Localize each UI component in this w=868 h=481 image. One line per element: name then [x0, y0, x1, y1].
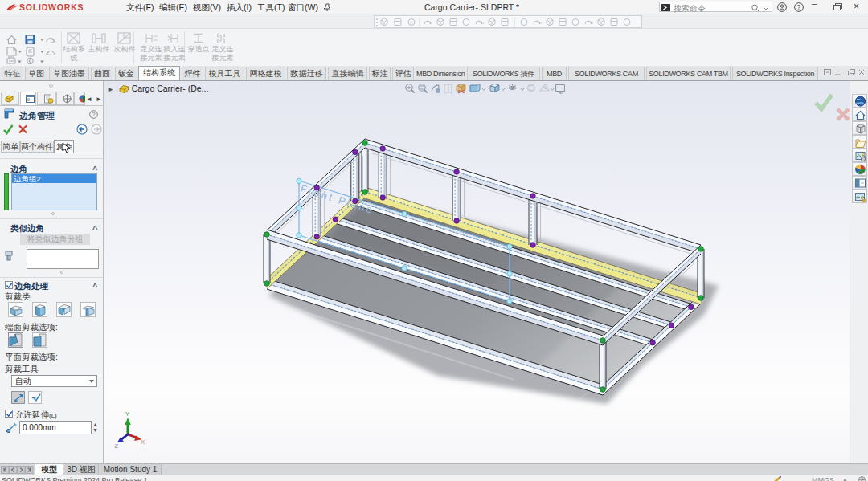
svg-text:X: X — [141, 438, 145, 446]
svg-text:Z: Z — [115, 442, 119, 450]
svg-text:SOLIDWORKS: SOLIDWORKS — [19, 2, 84, 12]
svg-text:Y: Y — [125, 410, 129, 418]
svg-text:?: ? — [92, 111, 95, 118]
svg-text:?: ? — [797, 3, 801, 11]
